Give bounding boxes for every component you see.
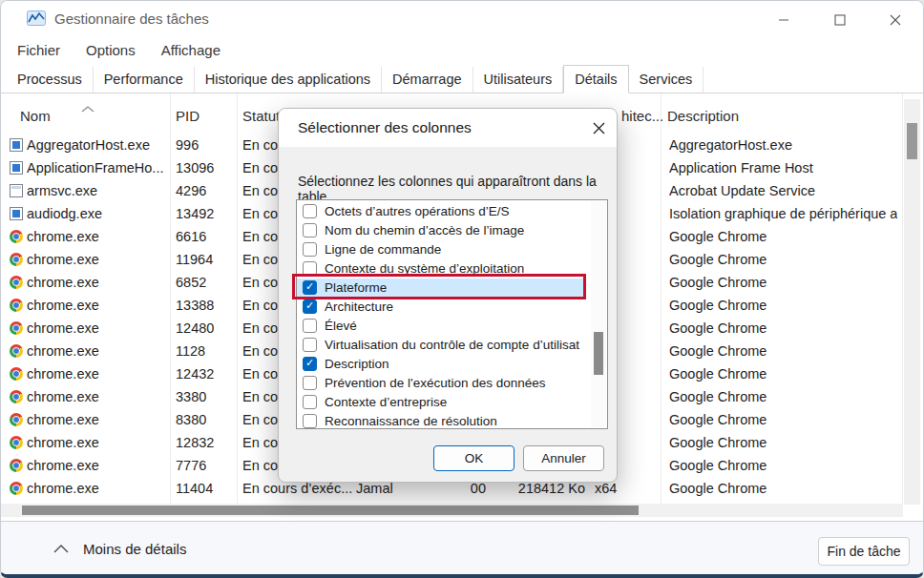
tab-utilisateurs[interactable]: Utilisateurs (473, 67, 564, 93)
process-pid: 13492 (176, 206, 214, 221)
column-header-pid[interactable]: PID (176, 108, 200, 124)
column-option-label: Octets d’autres opérations d’E/S (325, 204, 510, 218)
process-description: Google Chrome (669, 389, 766, 404)
column-option[interactable]: Contexte d’entreprise (297, 393, 584, 412)
process-pid: 13388 (176, 298, 214, 313)
process-user: Jamal (356, 481, 393, 496)
column-option[interactable]: Reconnaissance de résolution (297, 412, 584, 429)
vertical-scrollbar-thumb[interactable] (907, 123, 917, 159)
process-name: chrome.exe (27, 435, 99, 450)
chrome-icon (10, 253, 23, 266)
column-option[interactable]: Prévention de l'exécution des données (297, 374, 584, 393)
process-arch: x64 (595, 481, 617, 496)
process-description: Application Frame Host (669, 160, 813, 175)
win-blue-icon (10, 161, 23, 175)
column-option-label: Architecture (325, 299, 393, 314)
column-option-label: Reconnaissance de résolution (325, 414, 497, 428)
chrome-icon (10, 276, 23, 289)
tab-services[interactable]: Services (629, 67, 704, 93)
checkbox-unchecked-icon[interactable] (303, 395, 317, 409)
tab-d-tails[interactable]: Détails (563, 65, 628, 93)
less-details-toggle[interactable]: Moins de détails (83, 541, 186, 557)
close-button[interactable] (879, 9, 912, 31)
process-name: chrome.exe (27, 320, 99, 336)
annotation-highlight-box (292, 274, 586, 299)
column-option-label: Virtualisation du contrôle de compte d’u… (325, 338, 580, 352)
chrome-icon (10, 390, 23, 403)
chrome-icon (10, 299, 23, 312)
column-option-label: Description (325, 357, 389, 371)
checkbox-unchecked-icon[interactable] (303, 204, 317, 218)
menu-item-affichage[interactable]: Affichage (157, 40, 225, 60)
checkbox-unchecked-icon[interactable] (303, 242, 317, 257)
process-pid: 1128 (176, 343, 205, 359)
chrome-icon (10, 230, 23, 243)
column-option[interactable]: Ligne de commande (297, 240, 584, 259)
process-description: Google Chrome (669, 320, 766, 336)
list-scrollbar-thumb[interactable] (594, 332, 603, 375)
column-header-name[interactable]: Nom (20, 108, 51, 124)
process-description: Google Chrome (669, 229, 766, 244)
process-memory: 218412 Ko (505, 481, 585, 496)
checkbox-unchecked-icon[interactable] (303, 376, 317, 390)
checkbox-checked-icon[interactable] (303, 357, 317, 371)
tab-processus[interactable]: Processus (7, 67, 94, 93)
process-pid: 7776 (176, 458, 206, 473)
process-name: chrome.exe (27, 229, 99, 244)
chevron-up-icon (53, 545, 69, 553)
process-pid: 11404 (176, 481, 213, 496)
column-header-status[interactable]: Statut (242, 108, 280, 124)
process-pid: 11964 (176, 252, 213, 267)
process-description: Google Chrome (669, 481, 766, 496)
checkbox-unchecked-icon[interactable] (303, 319, 317, 333)
vertical-scrollbar[interactable] (904, 99, 920, 505)
process-description: Acrobat Update Service (669, 183, 815, 198)
process-name: chrome.exe (27, 458, 99, 473)
menu-item-fichier[interactable]: Fichier (12, 40, 65, 60)
column-option[interactable]: Architecture (297, 298, 584, 317)
column-option[interactable]: Nom du chemin d’accès de l’image (297, 221, 584, 240)
title-bar[interactable]: Gestionnaire des tâches (1, 1, 923, 37)
horizontal-scrollbar-thumb[interactable] (22, 506, 639, 515)
maximize-button[interactable] (824, 9, 856, 31)
tab-d-marrage[interactable]: Démarrage (382, 67, 473, 93)
column-option[interactable]: Octets d’autres opérations d’E/S (297, 202, 584, 221)
list-scrollbar[interactable] (591, 201, 606, 427)
chrome-icon (10, 436, 23, 449)
column-option-label: Nom du chemin d’accès de l’image (325, 223, 524, 237)
column-header-description[interactable]: Description (667, 108, 739, 124)
dialog-title-bar[interactable]: Sélectionner des colonnes (279, 109, 617, 147)
dialog-close-icon[interactable] (586, 117, 611, 138)
column-option[interactable]: Description (297, 355, 584, 374)
checkbox-unchecked-icon[interactable] (303, 223, 317, 237)
chrome-icon (10, 413, 23, 426)
dialog-title: Sélectionner des colonnes (298, 119, 472, 136)
menu-item-options[interactable]: Options (81, 40, 140, 60)
process-name: chrome.exe (27, 275, 99, 290)
task-manager-icon (27, 10, 46, 26)
end-task-button[interactable]: Fin de tâche (818, 537, 910, 566)
column-option[interactable]: Virtualisation du contrôle de compte d’u… (297, 336, 584, 355)
minimize-button[interactable] (767, 9, 800, 31)
ok-button[interactable]: OK (433, 445, 514, 471)
checkbox-unchecked-icon[interactable] (303, 414, 317, 428)
process-description: Google Chrome (669, 412, 766, 427)
sort-ascending-icon (81, 106, 94, 113)
column-option[interactable]: Élevé (297, 317, 584, 336)
column-option-label: Contexte d’entreprise (325, 395, 447, 409)
checkbox-unchecked-icon[interactable] (303, 338, 317, 352)
process-pid: 6852 (176, 275, 206, 290)
horizontal-scrollbar[interactable] (1, 504, 903, 517)
tab-bar: ProcessusPerformanceHistorique des appli… (1, 65, 923, 93)
process-description: Google Chrome (669, 435, 766, 450)
checkbox-checked-icon[interactable] (303, 299, 317, 314)
process-pid: 4296 (176, 183, 206, 198)
task-manager-window: Gestionnaire des tâches FichierOptionsAf… (0, 0, 924, 578)
tab-performance[interactable]: Performance (94, 67, 195, 93)
tab-historique-des-applications[interactable]: Historique des applications (195, 67, 382, 93)
cancel-button[interactable]: Annuler (523, 445, 604, 471)
process-pid: 12480 (176, 320, 214, 336)
column-header-architecture-partial[interactable]: hitec... (621, 108, 663, 124)
process-name: armsvc.exe (27, 183, 97, 198)
process-name: chrome.exe (27, 389, 99, 404)
